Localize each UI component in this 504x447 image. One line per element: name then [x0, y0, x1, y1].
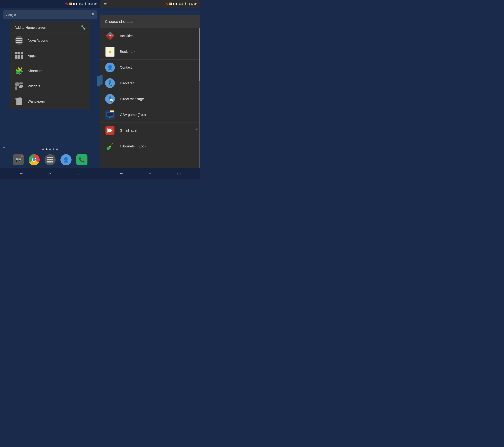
status-time-left: 8:57 pm — [88, 2, 97, 5]
contact-circle-icon: 👤 — [105, 63, 115, 72]
dot-4 — [16, 40, 18, 41]
choose-shortcut-header: Choose shortcut — [100, 15, 200, 28]
hibernate-item[interactable]: Z Z Z Hibernate + Lock — [100, 138, 200, 154]
sq-3 — [21, 52, 23, 54]
bookmark-item[interactable]: ★ Bookmark — [100, 44, 200, 60]
apps-dock-icon[interactable] — [45, 154, 55, 165]
dot-inactive-2 — [49, 149, 51, 150]
scrollbar[interactable] — [199, 28, 200, 179]
shortcuts-item[interactable]: 🧩 Shortcuts — [10, 63, 90, 78]
svg-rect-5 — [17, 98, 22, 105]
sq-6 — [21, 55, 23, 57]
wifi-icon: 📶 — [69, 2, 72, 5]
dock: 📷 👤 📞 — [0, 152, 100, 167]
dot-inactive-4 — [56, 149, 58, 150]
apps-label: Apps — [28, 54, 36, 58]
home-button-right[interactable]: △ — [146, 170, 154, 177]
svg-point-20 — [111, 115, 113, 117]
direct-message-item[interactable]: 👤 💬 Direct message — [100, 91, 200, 107]
shortcut-list: ✚ Activities ★ Bookmark — [100, 28, 200, 179]
gba-svg: FREE — [105, 110, 115, 120]
add-to-home-modal: Add to Home screen 🔧 — [10, 21, 90, 109]
direct-message-icon: 👤 💬 — [105, 94, 115, 104]
back-button-left[interactable]: ← — [17, 170, 26, 177]
mic-icon[interactable]: 🎤 — [90, 13, 94, 17]
star-icon: ★ — [108, 49, 112, 54]
nav-bar-left: ← △ ▭ — [0, 168, 100, 179]
wallpapers-svg-icon — [15, 97, 23, 106]
recent-button-left[interactable]: ▭ — [74, 170, 83, 177]
widgets-label: Widgets — [28, 84, 40, 88]
modal-title: Add to Home screen — [15, 26, 46, 30]
bookmark-icon-wrap: ★ — [106, 47, 114, 57]
sq-5 — [18, 55, 20, 57]
page-dots — [0, 146, 100, 152]
phone-dock-icon[interactable]: 📞 — [76, 154, 88, 165]
nav-bar-right: ← △ ▭ — [100, 168, 200, 179]
chrome-dock-icon[interactable] — [29, 154, 40, 165]
wallpapers-item[interactable]: Wallpapers — [10, 94, 90, 109]
direct-msg-circle: 👤 💬 — [105, 94, 115, 104]
widgets-icon — [15, 82, 24, 91]
nova-actions-item[interactable]: Nova Actions — [10, 33, 90, 48]
direct-dial-label: Direct dial — [120, 81, 135, 85]
direct-dial-item[interactable]: 👤 📞 Direct dial — [100, 75, 200, 91]
dot-7 — [16, 42, 18, 43]
contact-item[interactable]: 👤 Contact — [100, 60, 200, 75]
sq-2 — [18, 52, 20, 54]
screenshot-icon: 📷 — [104, 2, 107, 5]
phone-body-left: Google 🎤 Add to Home screen 🔧 — [0, 8, 100, 179]
apps-dock-grid — [47, 157, 53, 163]
svg-text:👤: 👤 — [108, 80, 112, 83]
activities-label: Activities — [120, 34, 134, 38]
direct-msg-svg: 👤 💬 — [105, 94, 115, 104]
apps-item[interactable]: Apps — [10, 48, 90, 63]
shortcuts-icon: 🧩 — [15, 66, 24, 75]
dot-5 — [18, 40, 20, 41]
gba-game-item[interactable]: FREE GBA game (free) — [100, 107, 200, 123]
battery-percent: 37% — [78, 3, 83, 5]
back-button-right[interactable]: ← — [117, 170, 126, 177]
status-icons-left: 🚫 📶 ▌▌▌ 37% 🔋 8:57 pm — [65, 2, 97, 5]
wrench-icon[interactable]: 🔧 — [81, 25, 85, 30]
camera-dock-icon[interactable]: 📷 — [13, 154, 24, 165]
search-bar[interactable]: Google 🎤 — [3, 10, 97, 19]
status-time-right: 8:57 pm — [188, 2, 197, 5]
activities-item[interactable]: ✚ Activities — [100, 28, 200, 44]
direct-message-label: Direct message — [120, 97, 144, 101]
home-button-left[interactable]: △ — [46, 170, 54, 177]
scrollbar-thumb — [199, 28, 200, 81]
no-disturb-icon: 🚫 — [65, 2, 68, 5]
hibernate-label: Hibernate + Lock — [120, 144, 146, 148]
gmail-app-icon — [106, 126, 114, 135]
gmail-label-icon — [105, 125, 115, 135]
battery-icon-r: 🔋 — [184, 2, 187, 5]
svg-rect-2 — [16, 86, 17, 90]
apps-icon — [15, 51, 24, 60]
sq-7 — [16, 57, 18, 59]
activities-svg-icon: ✚ — [105, 31, 115, 41]
svg-text:FREE: FREE — [110, 111, 114, 112]
dot-9 — [20, 42, 22, 43]
hibernate-svg: Z Z Z — [106, 142, 114, 151]
sq-4 — [16, 55, 18, 57]
apps-grid-icon — [16, 52, 23, 59]
gmail-label-item[interactable]: Gmail label — [100, 123, 200, 138]
modal-header: Add to Home screen 🔧 — [10, 21, 90, 33]
recent-button-right[interactable]: ▭ — [174, 170, 183, 177]
grid-circle-icon — [15, 36, 23, 45]
hibernate-app-icon: Z Z Z — [106, 142, 114, 151]
activities-icon: ✚ — [105, 31, 115, 41]
contacts-dock-icon[interactable]: 👤 — [60, 154, 72, 165]
left-phone: 🚫 📶 ▌▌▌ 37% 🔋 8:57 pm Google 🎤 Add to Ho… — [0, 0, 100, 179]
gba-label: GBA game (free) — [120, 113, 146, 117]
bookmark-icon: ★ — [105, 47, 115, 57]
chrome-center — [32, 158, 36, 162]
contact-icon: 👤 — [105, 62, 115, 73]
partial-no-text-right: No — [195, 128, 198, 130]
dot-8 — [18, 42, 20, 43]
status-bar-left: 🚫 📶 ▌▌▌ 37% 🔋 8:57 pm — [0, 0, 100, 8]
widgets-item[interactable]: Widgets — [10, 78, 90, 94]
svg-point-21 — [109, 117, 110, 118]
dot-3 — [20, 37, 22, 39]
